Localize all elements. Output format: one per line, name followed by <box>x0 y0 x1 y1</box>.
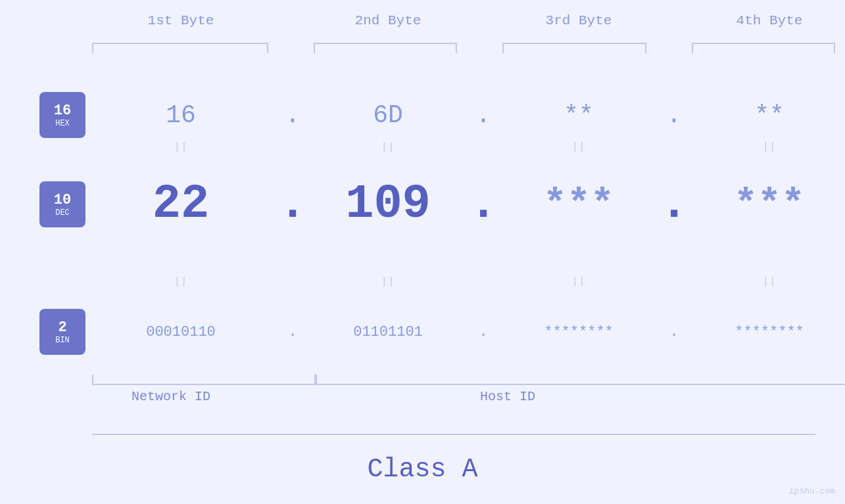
network-brace <box>92 375 316 385</box>
dec-badge-box: 10 DEC <box>39 181 85 227</box>
page: 1st Byte 2nd Byte 3rd Byte 4th Byte 16 H… <box>0 0 845 504</box>
bin-row: 2 BIN 00010110 . 01101101 . ******** . *… <box>0 309 845 355</box>
bracket-byte2 <box>314 43 457 53</box>
dec-badge: 10 DEC <box>33 181 92 227</box>
dec-dot3: . <box>651 177 697 231</box>
bin-b3: ******** <box>506 324 651 340</box>
bin-dot3: . <box>651 324 697 340</box>
host-id-label: Host ID <box>480 389 535 404</box>
hex-b2: 6D <box>316 101 460 129</box>
bracket-byte4 <box>692 43 835 53</box>
watermark: ipshu.com <box>789 486 835 496</box>
network-id-label: Network ID <box>132 389 210 404</box>
hex-badge: 16 HEX <box>33 92 92 138</box>
eq2-b2: || <box>316 276 460 288</box>
bin-dot1: . <box>270 324 316 340</box>
hex-badge-box: 16 HEX <box>39 92 85 138</box>
bin-b4: ******** <box>697 324 842 340</box>
eq2-b1: || <box>92 276 270 288</box>
byte-header-row: 1st Byte 2nd Byte 3rd Byte 4th Byte <box>0 13 845 28</box>
byte2-header: 2nd Byte <box>316 13 460 28</box>
eq2-b3: || <box>506 276 651 288</box>
dec-b1: 22 <box>92 177 270 231</box>
full-bottom-line <box>92 434 815 435</box>
dec-b4: *** <box>697 182 842 227</box>
dec-dot2: . <box>460 177 506 231</box>
equals-row2: || || || || <box>0 276 845 288</box>
bin-badge-box: 2 BIN <box>39 309 85 355</box>
bin-b1: 00010110 <box>92 324 270 340</box>
bin-badge: 2 BIN <box>33 309 92 355</box>
bracket-byte1 <box>92 43 268 53</box>
host-brace <box>316 375 845 385</box>
dec-b2: 109 <box>316 177 460 231</box>
eq1-b3: || <box>506 141 651 153</box>
eq1-b2: || <box>316 141 460 153</box>
top-bracket-row <box>92 43 835 53</box>
hex-dot2: . <box>460 101 506 129</box>
bracket-byte3 <box>502 43 646 53</box>
byte4-header: 4th Byte <box>697 13 842 28</box>
byte3-header: 3rd Byte <box>506 13 651 28</box>
hex-b1: 16 <box>92 101 270 129</box>
dec-b3: *** <box>506 182 651 227</box>
hex-b4: ** <box>697 101 842 129</box>
bin-b2: 01101101 <box>316 324 460 340</box>
equals-row1: || || || || <box>0 141 845 153</box>
class-label: Class A <box>0 455 845 484</box>
bottom-bracket-row: Network ID Host ID <box>92 375 815 414</box>
eq1-b4: || <box>697 141 842 153</box>
hex-b3: ** <box>506 101 651 129</box>
dec-dot1: . <box>270 177 316 231</box>
hex-row: 16 HEX 16 . 6D . ** . ** <box>0 92 845 138</box>
hex-dot3: . <box>651 101 697 129</box>
bin-dot2: . <box>460 324 506 340</box>
eq2-b4: || <box>697 276 842 288</box>
eq1-b1: || <box>92 141 270 153</box>
dec-row: 10 DEC 22 . 109 . *** . *** <box>0 177 845 231</box>
byte1-header: 1st Byte <box>92 13 270 28</box>
hex-dot1: . <box>270 101 316 129</box>
